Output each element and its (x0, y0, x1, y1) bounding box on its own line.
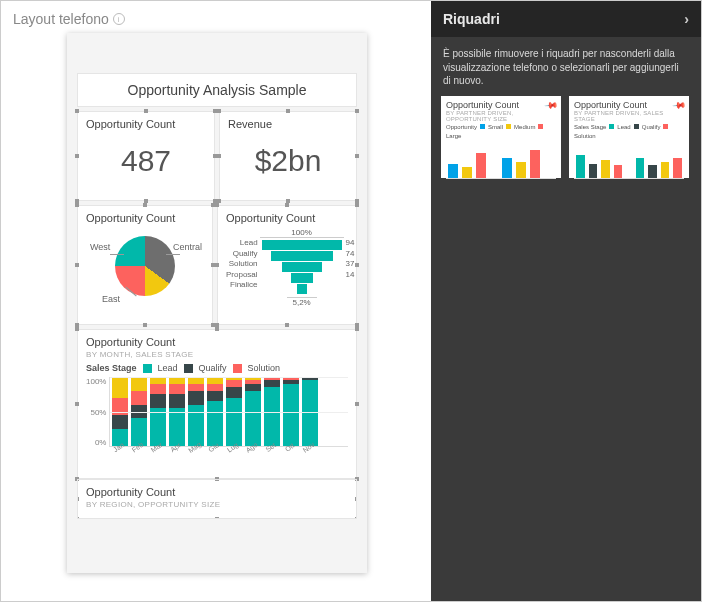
tile-label: Revenue (228, 118, 348, 130)
tiles-panel-title: Riquadri (443, 11, 500, 27)
thumb-sales-stage[interactable]: 📌 Opportunity Count BY PARTNER DRIVEN, S… (569, 96, 689, 178)
phone-layout-panel: Layout telefono i Opportunity Analysis S… (1, 1, 431, 601)
tile-label: Opportunity Count (86, 118, 206, 130)
pie-label-west: West (90, 242, 110, 252)
thumb-opp-size[interactable]: 📌 Opportunity Count BY PARTNER DRIVEN, O… (441, 96, 561, 178)
tile-stacked-bar[interactable]: Opportunity Count BY MONTH, SALES STAGE … (77, 329, 357, 479)
tile-label: Opportunity Count (86, 336, 348, 348)
thumb-subtitle: BY PARTNER DRIVEN, OPPORTUNITY SIZE (446, 110, 556, 122)
funnel-values: 94 74 37 14 (346, 228, 355, 280)
app-container: Layout telefono i Opportunity Analysis S… (0, 0, 702, 602)
thumb-title: Opportunity Count (446, 100, 556, 110)
pie-chart: West Central East (86, 226, 204, 306)
tiles-panel-desc: È possibile rimuovere i riquadri per nas… (431, 37, 701, 96)
tile-label: Opportunity Count (86, 212, 204, 224)
stacked-bar-chart: 100% 50% 0% (86, 377, 348, 447)
pie-label-central: Central (173, 242, 202, 252)
kpi-row: Opportunity Count 487 Revenue $2bn (77, 111, 357, 201)
charts-row: Opportunity Count West Central East Oppo… (77, 205, 357, 325)
funnel-top-pct: 100% (260, 228, 344, 238)
panel-title-text: Layout telefono (13, 11, 109, 27)
funnel-stage-labels: Lead Qualify Solution Proposal Finalice (226, 228, 258, 289)
funnel-chart: Lead Qualify Solution Proposal Finalice … (226, 228, 348, 312)
legend: Sales Stage Lead Qualify Solution (86, 363, 348, 373)
tile-thumbnails: 📌 Opportunity Count BY PARTNER DRIVEN, O… (431, 96, 701, 178)
dashboard-title[interactable]: Opportunity Analysis Sample (77, 73, 357, 107)
kpi-value: $2bn (228, 144, 348, 178)
phone-frame: Opportunity Analysis Sample Opportunity … (67, 33, 367, 573)
tile-label: Opportunity Count (86, 486, 348, 498)
tile-label: Opportunity Count (226, 212, 348, 224)
thumb-title: Opportunity Count (574, 100, 684, 110)
funnel-bottom-pct: 5,2% (287, 297, 317, 307)
panel-title: Layout telefono i (13, 11, 421, 27)
tile-subtitle: BY MONTH, SALES STAGE (86, 350, 348, 359)
tile-subtitle: BY REGION, OPPORTUNITY SIZE (86, 500, 348, 509)
chevron-right-icon[interactable]: › (684, 11, 689, 27)
thumb-legend: Opportunity Small Medium Large (446, 124, 556, 139)
tiles-panel-header[interactable]: Riquadri › (431, 1, 701, 37)
tile-revenue[interactable]: Revenue $2bn (219, 111, 357, 201)
thumb-subtitle: BY PARTNER DRIVEN, SALES STAGE (574, 110, 684, 122)
tile-pie[interactable]: Opportunity Count West Central East (77, 205, 213, 325)
tile-region[interactable]: Opportunity Count BY REGION, OPPORTUNITY… (77, 479, 357, 519)
tiles-panel: Riquadri › È possibile rimuovere i riqua… (431, 1, 701, 601)
pie-label-east: East (102, 294, 120, 304)
tile-opp-count[interactable]: Opportunity Count 487 (77, 111, 215, 201)
info-icon[interactable]: i (113, 13, 125, 25)
kpi-value: 487 (86, 144, 206, 178)
tile-funnel[interactable]: Opportunity Count Lead Qualify Solution … (217, 205, 357, 325)
thumb-legend: Sales Stage Lead Qualify Solution (574, 124, 684, 139)
